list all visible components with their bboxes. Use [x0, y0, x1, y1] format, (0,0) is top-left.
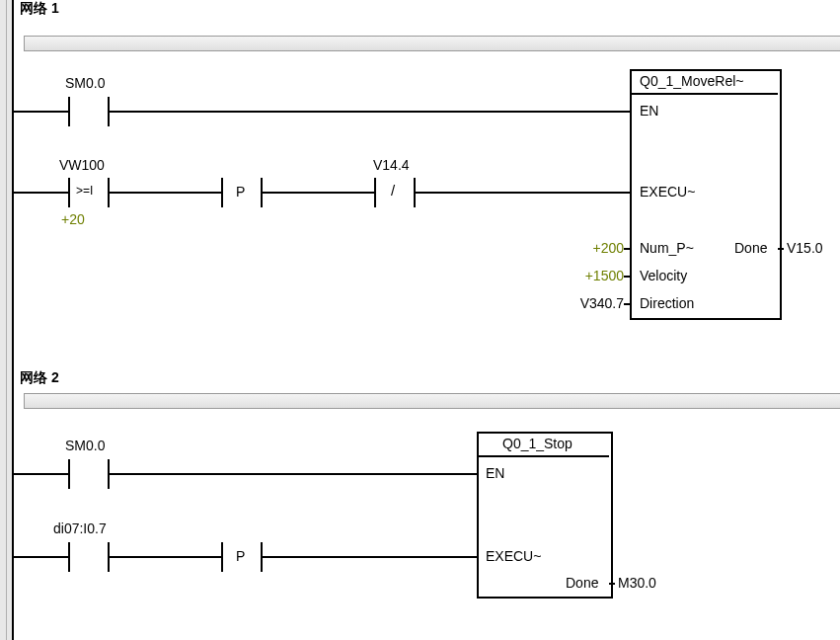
pin	[624, 276, 630, 278]
fb-out-label: Done	[734, 240, 767, 256]
wire	[14, 473, 68, 475]
contact-value: +20	[61, 211, 85, 227]
contact-op: /	[391, 182, 395, 199]
network-comment-bar[interactable]	[24, 36, 840, 51]
contact-left	[68, 459, 70, 489]
wire	[110, 556, 221, 558]
pin	[624, 248, 630, 250]
contact-label: P	[236, 548, 245, 564]
contact-left	[374, 178, 376, 207]
contact-label: P	[236, 184, 245, 200]
pin	[778, 248, 784, 250]
contact-label: SM0.0	[65, 438, 105, 453]
wire	[263, 556, 477, 558]
contact-label: VW100	[59, 157, 105, 173]
wire	[110, 192, 221, 194]
pin	[624, 303, 630, 305]
fb-out-val: M30.0	[618, 575, 656, 591]
gutter-line	[6, 0, 7, 640]
network-comment-bar[interactable]	[24, 393, 840, 409]
wire	[110, 111, 630, 113]
fb-in-label: Direction	[640, 295, 694, 311]
pin	[609, 583, 615, 585]
wire	[263, 192, 374, 194]
fb-in-en: EN	[640, 103, 658, 119]
fb-in-val: +1500	[577, 268, 624, 283]
contact-left	[221, 542, 223, 572]
network-title: 网络 1	[20, 0, 59, 18]
contact-label: V14.4	[373, 157, 410, 173]
fb-in-label: Num_P~	[640, 240, 694, 256]
contact-label: di07:I0.7	[53, 520, 107, 536]
contact-op: >=I	[76, 184, 93, 198]
fb-in-exec: EXECU~	[486, 548, 541, 564]
contact-left	[68, 97, 70, 126]
fb-out-val: V15.0	[787, 240, 823, 256]
wire	[14, 111, 68, 113]
wire	[14, 556, 68, 558]
wire	[14, 192, 68, 194]
power-rail	[12, 0, 14, 640]
fb-in-exec: EXECU~	[640, 184, 695, 200]
wire	[416, 192, 630, 194]
fb-in-en: EN	[486, 465, 504, 481]
wire	[110, 473, 477, 475]
ladder-editor: 网络 1 SM0.0 >=I VW100 +20 P / V14.4 Q0_1_…	[0, 0, 840, 640]
fb-in-val: +200	[586, 240, 624, 256]
fb-in-val: V340.7	[572, 295, 624, 311]
fb-sep	[477, 455, 609, 457]
fb-sep	[630, 93, 778, 95]
contact-label: SM0.0	[65, 75, 105, 91]
network-title: 网络 2	[20, 369, 59, 387]
fb-title: Q0_1_Stop	[502, 436, 573, 451]
contact-left	[68, 542, 70, 572]
fb-in-label: Velocity	[640, 268, 687, 283]
contact-left	[221, 178, 223, 207]
contact-left	[68, 178, 70, 207]
fb-title: Q0_1_MoveRel~	[640, 73, 743, 89]
fb-out-label: Done	[566, 575, 598, 591]
